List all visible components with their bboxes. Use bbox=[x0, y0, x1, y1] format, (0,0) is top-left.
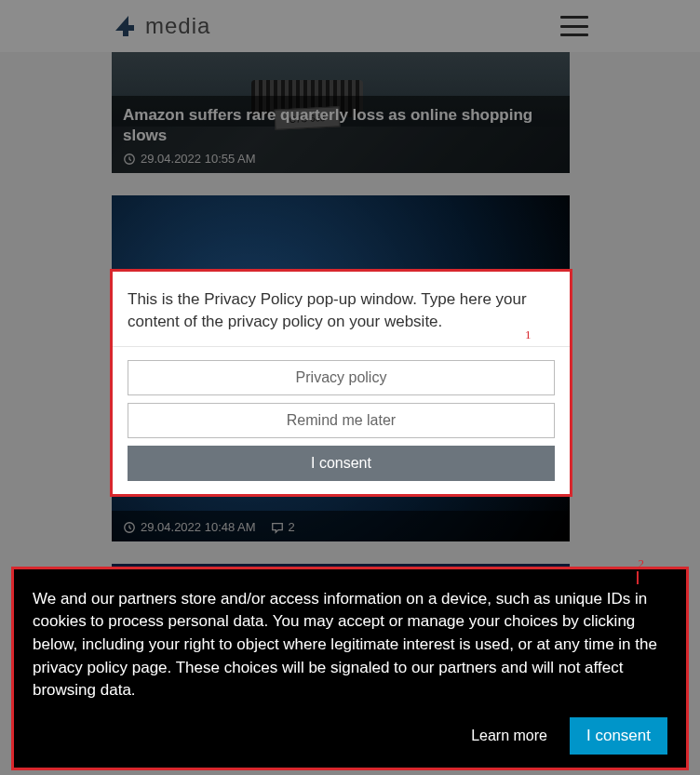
cookie-banner-body: We and our partners store and/or access … bbox=[33, 588, 667, 702]
logo-text: media bbox=[145, 13, 210, 39]
privacy-popup-body: This is the Privacy Policy pop-up window… bbox=[128, 288, 555, 333]
article-meta: 29.04.2022 10:55 AM bbox=[123, 152, 559, 166]
article-overlay: 29.04.2022 10:48 AM 2 bbox=[112, 511, 570, 541]
article-timestamp: 29.04.2022 10:48 AM bbox=[141, 520, 256, 534]
annotation-pointer-line bbox=[637, 571, 639, 584]
comment-icon bbox=[271, 521, 284, 534]
clock-icon bbox=[123, 521, 136, 534]
site-header: media bbox=[0, 0, 700, 52]
privacy-popup-modal: This is the Privacy Policy pop-up window… bbox=[110, 269, 572, 497]
annotation-label-2: 2 bbox=[639, 556, 645, 571]
article-comment-count: 2 bbox=[289, 520, 295, 534]
article-overlay: Amazon suffers rare quarterly loss as on… bbox=[112, 96, 570, 173]
cookie-consent-button[interactable]: I consent bbox=[570, 717, 667, 755]
divider bbox=[113, 346, 570, 347]
clock-icon bbox=[123, 153, 136, 166]
remind-later-button[interactable]: Remind me later bbox=[128, 403, 555, 438]
article-title: Amazon suffers rare quarterly loss as on… bbox=[123, 105, 559, 146]
article-card[interactable]: C7S·668 Amazon suffers rare quarterly lo… bbox=[112, 52, 570, 173]
article-meta: 29.04.2022 10:48 AM 2 bbox=[123, 520, 559, 534]
consent-button[interactable]: I consent bbox=[128, 446, 555, 481]
logo-mark-icon bbox=[112, 12, 140, 40]
annotation-label-1: 1 bbox=[525, 327, 532, 342]
privacy-policy-button[interactable]: Privacy policy bbox=[128, 360, 555, 395]
cookie-banner-actions: Learn more I consent bbox=[33, 717, 667, 755]
learn-more-link[interactable]: Learn more bbox=[471, 728, 547, 744]
menu-hamburger-icon[interactable] bbox=[560, 16, 588, 36]
site-logo[interactable]: media bbox=[112, 12, 210, 40]
cookie-consent-banner: We and our partners store and/or access … bbox=[11, 567, 689, 770]
article-timestamp: 29.04.2022 10:55 AM bbox=[141, 152, 256, 166]
